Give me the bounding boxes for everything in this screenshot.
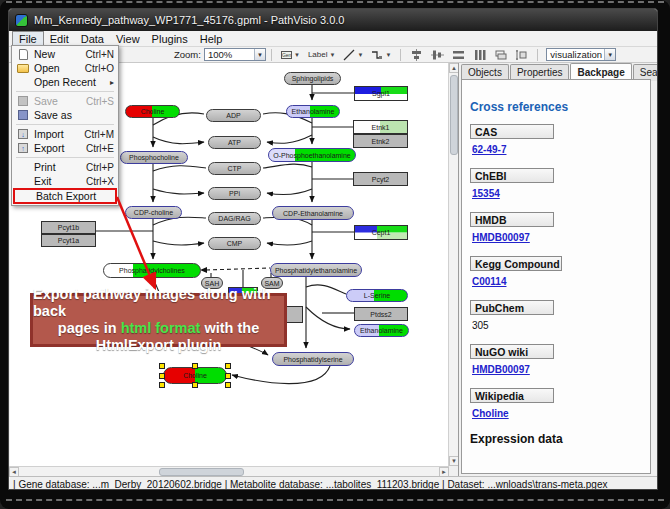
- reference-link[interactable]: 62-49-7: [472, 144, 642, 155]
- reference-link[interactable]: HMDB00097: [472, 364, 642, 375]
- pathway-node-phosphocholine[interactable]: Phosphocholine: [120, 151, 188, 164]
- pathway-node-phosphatidylcholines[interactable]: Phosphatidylcholines: [103, 263, 201, 278]
- align-center-x-button[interactable]: [407, 48, 426, 62]
- pathway-node-phosphatidylethanolamine[interactable]: Phosphatidylethanolamine: [270, 263, 362, 277]
- node-label: Ptdss2: [370, 311, 391, 318]
- title-bar[interactable]: Mm_Kennedy_pathway_WP1771_45176.gpml - P…: [9, 9, 657, 31]
- selection-handle[interactable]: [159, 382, 165, 388]
- pathway-node-pcyt1b[interactable]: Pcyt1b: [41, 221, 96, 234]
- line-tool-button[interactable]: ▼: [340, 48, 366, 62]
- file-menu-item-print[interactable]: PrintCtrl+P: [13, 160, 117, 174]
- selection-handle[interactable]: [225, 363, 231, 369]
- file-menu-item-open-recent[interactable]: Open Recent▸: [13, 75, 117, 89]
- group-button[interactable]: [512, 48, 531, 62]
- pathway-node-cdp-choline[interactable]: CDP-choline: [125, 206, 182, 219]
- node-label: DAG/RAG: [218, 215, 250, 222]
- pathway-node-ctp[interactable]: CTP: [208, 162, 261, 175]
- reference-link[interactable]: C00114: [472, 276, 642, 287]
- label-tool-button[interactable]: Label ▼: [305, 48, 339, 62]
- pathway-node-etnk1[interactable]: Etnk1: [353, 120, 408, 134]
- file-menu-item-batch-export[interactable]: Batch Export: [13, 188, 117, 204]
- pathway-node-o-phosphoethanolamine[interactable]: O-Phosphoethanolamine: [268, 148, 356, 162]
- pathway-node-cmp[interactable]: CMP: [208, 237, 261, 250]
- pathway-node-ethanolamine-top[interactable]: Ethanolamine: [286, 105, 340, 118]
- file-menu-item-label: Save: [34, 95, 86, 107]
- reference-link[interactable]: 15354: [472, 188, 642, 199]
- node-label: Sphingolipids: [292, 75, 334, 82]
- pathway-node-atp[interactable]: ATP: [208, 136, 261, 149]
- node-label: CDP-Ethanolamine: [283, 210, 343, 217]
- dropdown-arrow-icon[interactable]: ▼: [254, 49, 265, 60]
- backpage-panel[interactable]: Cross references CAS62-49-7ChEBI15354HMD…: [461, 79, 651, 474]
- pathway-node-chpt1-partial[interactable]: [285, 306, 303, 323]
- pathway-node-l-serine[interactable]: L-Serine: [346, 289, 408, 302]
- file-menu-item-new[interactable]: NewCtrl+N: [13, 47, 117, 61]
- pathway-node-ppi[interactable]: PPi: [208, 187, 261, 200]
- pathway-node-phosphatidylserine[interactable]: Phosphatidylserine: [272, 352, 354, 366]
- dropdown-arrow-icon[interactable]: ▼: [357, 52, 363, 58]
- file-menu-item-import[interactable]: ↓ImportCtrl+M: [13, 127, 117, 141]
- node-label: Ethanolamine: [292, 108, 335, 115]
- file-menu-item-save-as[interactable]: Save as: [13, 108, 117, 122]
- pathway-node-pcyt1a[interactable]: Pcyt1a: [41, 234, 96, 247]
- dropdown-arrow-icon[interactable]: ▼: [385, 52, 391, 58]
- pathway-node-etnk2[interactable]: Etnk2: [353, 134, 408, 148]
- reference-link[interactable]: HMDB00097: [472, 232, 642, 243]
- node-label: Sgpl1: [372, 90, 390, 97]
- pathway-node-cdp-ethanolamine[interactable]: CDP-Ethanolamine: [272, 206, 354, 220]
- gene-node-button[interactable]: Gene ▼: [278, 48, 303, 62]
- pathway-node-adp[interactable]: ADP: [206, 109, 261, 122]
- menu-edit[interactable]: Edit: [44, 32, 75, 46]
- align-center-y-button[interactable]: [428, 48, 447, 62]
- distribute-horizontal-button[interactable]: [449, 48, 468, 62]
- file-menu-item-exit[interactable]: ExitCtrl+X: [13, 174, 117, 188]
- pathway-node-sphingolipids[interactable]: Sphingolipids: [284, 72, 341, 85]
- selection-handle[interactable]: [192, 382, 198, 388]
- pathway-node-choline-top[interactable]: Choline: [125, 105, 180, 118]
- dropdown-arrow-icon[interactable]: ▼: [604, 49, 615, 60]
- distribute-horizontal-icon: [452, 49, 465, 61]
- app-icon: [15, 14, 28, 27]
- zoom-combobox[interactable]: 100% ▼: [204, 48, 266, 61]
- pathway-node-sgpl1[interactable]: Sgpl1: [354, 86, 408, 101]
- cross-references-list: CAS62-49-7ChEBI15354HMDBHMDB00097Kegg Co…: [470, 124, 642, 419]
- file-menu-item-save[interactable]: SaveCtrl+S: [13, 94, 117, 108]
- pathway-node-ptdss2[interactable]: Ptdss2: [354, 307, 408, 321]
- tab-backpage[interactable]: Backpage: [570, 63, 631, 80]
- pathway-node-pcyt2[interactable]: Pcyt2: [353, 172, 408, 186]
- stack-button[interactable]: [491, 48, 510, 62]
- dropdown-arrow-icon[interactable]: ▼: [294, 52, 300, 58]
- file-menu-item-export[interactable]: ↑ExportCtrl+E: [13, 141, 117, 155]
- menu-help[interactable]: Help: [194, 32, 229, 46]
- visualization-combobox[interactable]: visualization ▼: [546, 48, 616, 61]
- distribute-vertical-button[interactable]: [470, 48, 489, 62]
- selection-handle[interactable]: [159, 363, 165, 369]
- horizontal-scroll-thumb[interactable]: [159, 468, 244, 476]
- file-menu-item-open[interactable]: OpenCtrl+O: [13, 61, 117, 75]
- reference-db-kegg-compound: Kegg Compound: [470, 256, 562, 271]
- annotation-text: pages in: [58, 320, 121, 336]
- pathway-node-ethanolamine-bottom[interactable]: Ethanolamine: [354, 324, 409, 337]
- vertical-scrollbar[interactable]: ▲ ▼: [448, 63, 458, 466]
- new-file-icon: [19, 49, 28, 60]
- vertical-scroll-thumb[interactable]: [450, 75, 458, 155]
- selection-handle[interactable]: [225, 373, 231, 379]
- shape-tool-button[interactable]: ▼: [368, 48, 394, 62]
- reference-link[interactable]: Choline: [472, 408, 642, 419]
- selection-handle[interactable]: [192, 363, 198, 369]
- selection-handle[interactable]: [225, 382, 231, 388]
- reference-db-cas: CAS: [470, 124, 554, 139]
- menu-plugins[interactable]: Plugins: [146, 32, 194, 46]
- selection-handle[interactable]: [159, 373, 165, 379]
- horizontal-scrollbar[interactable]: ◄ ►: [9, 466, 449, 476]
- file-menu-item-shortcut: Ctrl+E: [86, 143, 114, 154]
- menu-view[interactable]: View: [110, 32, 146, 46]
- node-label: Phosphatidylserine: [283, 356, 342, 363]
- menu-data[interactable]: Data: [75, 32, 110, 46]
- pathway-node-cept1[interactable]: Cept1: [354, 225, 408, 240]
- node-label: Phosphatidylcholines: [119, 267, 185, 274]
- dropdown-arrow-icon[interactable]: ▼: [329, 52, 335, 58]
- pathway-node-dag-rag[interactable]: DAG/RAG: [208, 212, 261, 225]
- import-icon: ↓: [16, 129, 30, 139]
- file-menu-item-label: Exit: [34, 175, 86, 187]
